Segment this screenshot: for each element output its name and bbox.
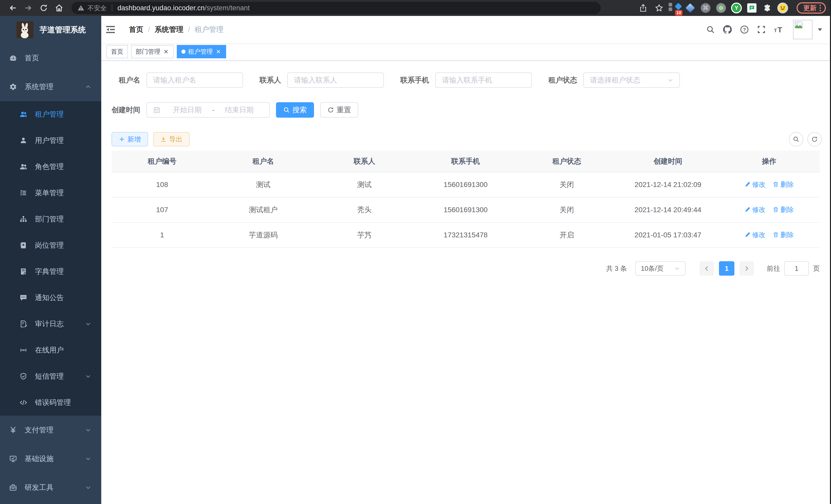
breadcrumb-item[interactable]: 系统管理 (155, 25, 183, 34)
url-host[interactable]: dashboard.yudao.iocoder.cn (117, 4, 204, 12)
filter-row-2: 创建时间 开始日期 - 结束日期 搜索 重置 (112, 102, 820, 118)
browser-menu-icon[interactable] (819, 4, 821, 11)
user-avatar[interactable] (793, 20, 812, 39)
column-header-租户状态: 租户状态 (516, 151, 618, 172)
search-icon (283, 107, 290, 113)
tab-租户管理[interactable]: 租户管理 (177, 45, 226, 58)
table-header-row: 租户编号租户名联系人联系手机租户状态创建时间操作 (112, 151, 820, 172)
status-select[interactable]: 请选择租户状态 (583, 72, 680, 88)
close-icon[interactable] (163, 49, 169, 55)
browser-actions: 10 ⌘ Y 更新 (635, 1, 826, 15)
browser-forward-button[interactable] (21, 1, 36, 15)
sidebar-logo[interactable]: 芋道管理系统 (0, 16, 101, 44)
prev-page-button[interactable] (699, 261, 714, 276)
browser-back-button[interactable] (5, 1, 21, 15)
add-button[interactable]: 新增 (112, 132, 148, 146)
delete-link[interactable]: 删除 (773, 230, 794, 239)
sidebar-item-角色管理[interactable]: 角色管理 (0, 154, 101, 180)
sidebar-item-系统管理[interactable]: 系统管理 (0, 72, 101, 101)
bookmark-star-icon[interactable] (651, 1, 667, 15)
cell-operations: 修改删除 (718, 223, 820, 248)
edit-icon (744, 232, 751, 238)
trash-icon (773, 207, 779, 213)
window-edge (830, 0, 831, 504)
extension-recorder-icon[interactable] (713, 2, 729, 13)
sidebar-item-字典管理[interactable]: 字典管理 (0, 259, 101, 285)
date-end-placeholder[interactable]: 结束日期 (216, 105, 263, 115)
avatar-caret-down-icon[interactable] (817, 27, 823, 32)
security-label[interactable]: 不安全 (87, 4, 107, 12)
extension-yudao-icon[interactable]: Y (729, 2, 744, 13)
sidebar-item-首页[interactable]: 首页 (0, 44, 101, 72)
delete-link[interactable]: 删除 (773, 180, 794, 189)
table-body: 108测试测试15601691300关闭2021-12-14 21:02:09修… (112, 172, 820, 248)
sidebar-item-审计日志[interactable]: 审计日志 (0, 311, 101, 337)
sidebar-item-研发工具[interactable]: 研发工具 (0, 473, 101, 502)
security-warning-icon[interactable] (78, 5, 84, 11)
sidebar-item-部门管理[interactable]: 部门管理 (0, 206, 101, 232)
sidebar-item-支付管理[interactable]: 支付管理 (0, 416, 101, 444)
refresh-table-button[interactable] (807, 132, 822, 146)
reset-button[interactable]: 重置 (320, 102, 358, 118)
date-start-placeholder[interactable]: 开始日期 (164, 105, 211, 115)
filter-label: 联系人 (260, 75, 281, 85)
url-path[interactable]: /system/tenant (204, 4, 250, 12)
filter-input-联系人[interactable]: 请输入联系人 (287, 72, 384, 88)
delete-link[interactable]: 删除 (773, 205, 794, 214)
extension-chat-icon[interactable] (744, 2, 760, 13)
online-icon (20, 346, 27, 354)
filter-input-联系手机[interactable]: 请输入联系手机 (435, 72, 532, 88)
goto-page-input[interactable]: 1 (784, 261, 809, 276)
browser-reload-button[interactable] (36, 1, 51, 15)
extensions-puzzle-icon[interactable] (760, 2, 775, 13)
sms-shield-icon (20, 373, 27, 380)
sidebar-item-通知公告[interactable]: 通知公告 (0, 285, 101, 311)
filter-item-租户名: 租户名请输入租户名 (112, 72, 243, 88)
notice-icon (20, 294, 27, 302)
sidebar-item-短信管理[interactable]: 短信管理 (0, 363, 101, 389)
sidebar-item-label: 在线用户 (35, 345, 64, 355)
sidebar-item-菜单管理[interactable]: 菜单管理 (0, 180, 101, 206)
page-number-1[interactable]: 1 (719, 261, 735, 276)
fullscreen-icon[interactable] (753, 21, 770, 38)
close-icon[interactable] (215, 49, 222, 55)
sidebar-item-岗位管理[interactable]: 岗位管理 (0, 232, 101, 259)
filter-label: 租户状态 (548, 75, 577, 85)
help-question-icon[interactable]: ? (736, 21, 753, 38)
edit-link[interactable]: 修改 (744, 230, 766, 239)
extension-command-icon[interactable]: ⌘ (698, 2, 713, 13)
export-button[interactable]: 导出 (153, 132, 190, 146)
tab-部门管理[interactable]: 部门管理 (131, 45, 174, 58)
extension-kite-icon[interactable] (683, 2, 698, 13)
cell-name: 芋道源码 (213, 223, 314, 248)
edit-link[interactable]: 修改 (744, 205, 766, 214)
sidebar-collapse-icon[interactable] (105, 24, 116, 35)
browser-toolbar: 不安全 dashboard.yudao.iocoder.cn/system/te… (0, 0, 831, 16)
org-icon (20, 215, 27, 223)
share-icon[interactable] (635, 1, 651, 15)
tab-首页[interactable]: 首页 (106, 45, 128, 58)
browser-home-button[interactable] (51, 1, 67, 15)
cell-id: 108 (112, 172, 213, 197)
edit-link[interactable]: 修改 (744, 180, 766, 189)
sidebar-item-租户管理[interactable]: 租户管理 (0, 101, 101, 127)
header-search-icon[interactable] (702, 21, 719, 38)
screen: 不安全 dashboard.yudao.iocoder.cn/system/te… (0, 0, 831, 504)
github-icon[interactable] (719, 21, 736, 38)
date-range-input[interactable]: 开始日期 - 结束日期 (146, 102, 270, 118)
page-size-select[interactable]: 10条/页 (635, 261, 686, 276)
sidebar-item-用户管理[interactable]: 用户管理 (0, 127, 101, 154)
sidebar-item-基础设施[interactable]: 基础设施 (0, 444, 101, 473)
sidebar-item-在线用户[interactable]: 在线用户 (0, 337, 101, 363)
sidebar-item-错误码管理[interactable]: 错误码管理 (0, 389, 101, 416)
filter-input-租户名[interactable]: 请输入租户名 (146, 72, 243, 88)
profile-avatar-icon[interactable] (775, 2, 791, 13)
search-button[interactable]: 搜索 (276, 102, 314, 118)
next-page-button[interactable] (740, 261, 754, 276)
breadcrumb-item[interactable]: 首页 (129, 25, 143, 34)
toggle-search-button[interactable] (789, 132, 803, 146)
extension-tag-manager-icon[interactable]: 10 (667, 2, 683, 13)
address-bar[interactable]: 不安全 dashboard.yudao.iocoder.cn/system/te… (71, 2, 601, 14)
browser-update-button[interactable]: 更新 (797, 2, 826, 13)
font-size-icon[interactable]: TT (770, 21, 787, 38)
